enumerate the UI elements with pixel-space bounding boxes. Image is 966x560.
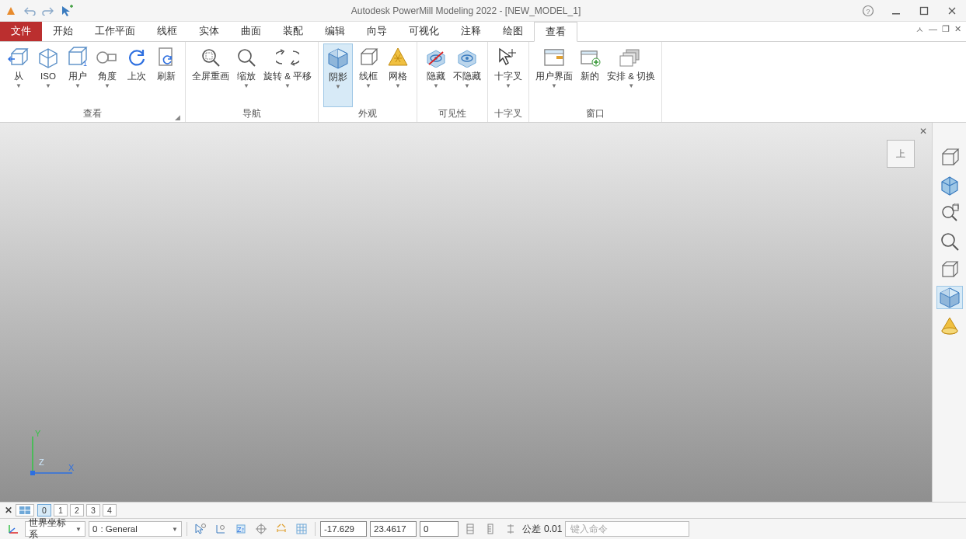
tab-8[interactable]: 可视化 [398, 22, 450, 41]
ribbon-btn-5-2[interactable]: 安排 & 切换▼ [605, 43, 657, 107]
level-number: 0 [92, 524, 97, 534]
grid-toggle-icon[interactable] [293, 521, 310, 537]
ribbon-btn-3-0[interactable]: 隐藏▼ [422, 43, 450, 107]
undo-icon[interactable] [22, 3, 37, 19]
snap-dim-icon[interactable] [273, 521, 290, 537]
ribbon-btn-0-5[interactable]: 刷新 [152, 43, 180, 107]
palette-btn-3[interactable] [936, 230, 963, 253]
ribbon-btn-2-1[interactable]: 线框▼ [354, 43, 382, 107]
ribbon-btn-3-1[interactable]: 不隐藏▼ [452, 43, 483, 107]
snap-axis-icon[interactable] [212, 521, 229, 537]
svg-text:X: X [68, 463, 75, 472]
tab-3[interactable]: 实体 [188, 22, 230, 41]
mdi-close-icon[interactable]: ✕ [954, 24, 961, 36]
step-size-icon[interactable] [462, 521, 479, 537]
window-ui-icon [542, 45, 567, 70]
palette-btn-0[interactable] [936, 146, 963, 169]
tab-11[interactable]: 查看 [534, 22, 577, 42]
layer-close-icon[interactable]: ✕ [5, 505, 12, 516]
ruler-icon[interactable] [482, 521, 499, 537]
chevron-down-icon: ▼ [433, 82, 439, 89]
panel-title: 导航 [190, 108, 313, 122]
help-icon[interactable]: ? [857, 3, 879, 19]
ribbon-btn-0-2[interactable]: 1用户▼ [64, 43, 92, 107]
ribbon-btn-label: 网格 [389, 71, 407, 82]
panel-title: 窗口 [534, 108, 657, 122]
ribbon-btn-2-0[interactable]: 阴影▼ [323, 43, 353, 107]
layer-level-1[interactable]: 1 [54, 504, 68, 517]
ribbon-btn-label: 新的 [581, 71, 599, 82]
svg-point-10 [203, 50, 215, 62]
close-icon[interactable] [941, 3, 963, 19]
ribbon-btn-0-4[interactable]: 上次 [123, 43, 151, 107]
dialog-launcher-icon[interactable]: ◢ [175, 113, 180, 121]
chevron-down-icon: ▼ [551, 82, 557, 89]
coord-x-input[interactable]: -17.629 [320, 521, 367, 537]
layer-grid-icon[interactable] [16, 504, 34, 517]
ribbon-btn-4-0[interactable]: 十字叉▼ [493, 43, 524, 107]
tab-0[interactable]: 开始 [42, 22, 84, 41]
cube-wire-icon [356, 45, 381, 70]
ribbon-btn-1-1[interactable]: 缩放▼ [232, 43, 260, 107]
command-input[interactable]: 键入命令 [565, 521, 689, 537]
coord-system-label: 世界坐标系 [29, 517, 72, 541]
ribbon-btn-0-3[interactable]: 角度▼ [93, 43, 121, 107]
tab-1[interactable]: 工作平面 [84, 22, 146, 41]
mdi-restore-icon[interactable]: ❐ [942, 24, 950, 36]
svg-point-50 [942, 328, 957, 334]
layer-level-3[interactable]: 3 [86, 504, 100, 517]
snap-point-icon[interactable] [192, 521, 209, 537]
tab-9[interactable]: 注释 [450, 22, 492, 41]
redo-icon[interactable] [40, 3, 56, 19]
tolerance-value: 0.01 [544, 523, 562, 534]
view-cube[interactable]: 上 [887, 140, 915, 168]
level-combo[interactable]: 0: General▼ [89, 521, 182, 537]
eye-show-icon [455, 45, 480, 70]
ribbon-btn-5-0[interactable]: 用户界面▼ [534, 43, 574, 107]
tab-4[interactable]: 曲面 [230, 22, 272, 41]
ribbon-btn-1-2[interactable]: 旋转 & 平移▼ [262, 43, 313, 107]
window-title: Autodesk PowerMill Modeling 2022 - [NEW_… [75, 5, 857, 16]
layer-level-4[interactable]: 4 [103, 504, 117, 517]
viewport[interactable]: ✕ 上 Y X Z [0, 123, 932, 502]
coord-system-combo[interactable]: 世界坐标系▼ [25, 521, 85, 537]
palette-btn-5[interactable] [936, 286, 963, 309]
palette-btn-2[interactable] [936, 202, 963, 225]
svg-text:?: ? [866, 7, 870, 15]
chevron-down-icon: ▼ [505, 82, 511, 89]
palette-btn-6[interactable] [936, 314, 963, 337]
mesh-warn-icon [385, 45, 410, 70]
ribbon-collapse-icon[interactable]: ㅅ [915, 24, 924, 36]
tab-10[interactable]: 绘图 [492, 22, 534, 41]
tolerance-label: 公差 [522, 523, 541, 536]
ribbon-btn-label: 用户 [68, 71, 87, 82]
snap-z-icon[interactable]: Z↑ [232, 521, 249, 537]
ribbon: 从▼ISO▼1用户▼角度▼上次刷新查看◢全屏重画缩放▼旋转 & 平移▼导航阴影▼… [0, 42, 966, 123]
tolerance-icon[interactable] [502, 521, 519, 537]
mdi-minimize-icon[interactable]: — [929, 24, 937, 36]
chevron-down-icon: ▼ [365, 82, 371, 89]
ribbon-btn-2-2[interactable]: 网格▼ [384, 43, 412, 107]
minimize-icon[interactable] [885, 3, 907, 19]
maximize-icon[interactable] [913, 3, 935, 19]
file-menu[interactable]: 文件 [0, 22, 42, 41]
tab-2[interactable]: 线框 [146, 22, 188, 41]
ribbon-btn-0-0[interactable]: 从▼ [5, 43, 33, 107]
ribbon-btn-5-1[interactable]: 新的 [576, 43, 604, 107]
snap-grid-icon[interactable] [253, 521, 270, 537]
tab-7[interactable]: 向导 [356, 22, 398, 41]
palette-btn-1[interactable] [936, 174, 963, 197]
tab-5[interactable]: 装配 [272, 22, 314, 41]
axes-toggle-icon[interactable] [5, 521, 22, 537]
viewport-close-icon[interactable]: ✕ [919, 126, 927, 137]
tab-6[interactable]: 编辑 [314, 22, 356, 41]
ribbon-btn-1-0[interactable]: 全屏重画 [190, 43, 231, 107]
svg-point-13 [239, 50, 251, 62]
pointer-plus-icon[interactable] [59, 3, 75, 19]
layer-level-2[interactable]: 2 [70, 504, 84, 517]
coord-y-input[interactable]: 23.4617 [370, 521, 417, 537]
palette-btn-4[interactable] [936, 258, 963, 281]
coord-z-input[interactable]: 0 [420, 521, 459, 537]
ribbon-btn-0-1[interactable]: ISO▼ [34, 43, 62, 107]
layer-level-0[interactable]: 0 [37, 504, 51, 517]
